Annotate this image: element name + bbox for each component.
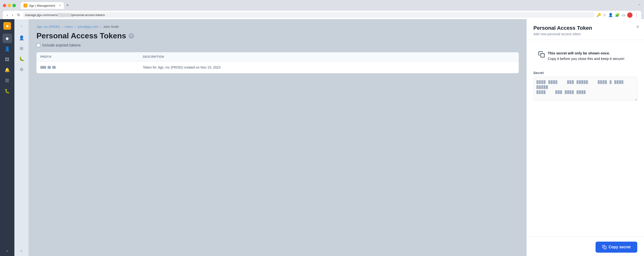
secondary-item-grid[interactable]: ⊞	[17, 44, 26, 53]
sidebar-item-bugs[interactable]: 🐛	[2, 86, 12, 96]
sidebar-item-images[interactable]: 🖼	[2, 55, 12, 64]
sidebar-secondary: ‹ 👤 ⊞ 🐛 ⚙ »	[14, 19, 29, 256]
breadcrumb-sep-2: ›	[75, 25, 76, 28]
secondary-back-button[interactable]: ‹	[19, 22, 24, 30]
secret-label: Secret	[534, 71, 637, 75]
menu-icon[interactable]: ⋮	[634, 13, 638, 17]
forward-button[interactable]: ›	[11, 12, 14, 18]
avatar-icon[interactable]	[627, 12, 632, 18]
warning-title: This secret will only be shown once.	[548, 51, 610, 55]
secondary-item-bug[interactable]: 🐛	[17, 54, 26, 64]
tab-title: Jigx | Management	[29, 4, 55, 7]
home-icon: ◆	[6, 36, 9, 41]
images-icon: 🖼	[5, 57, 9, 62]
page-content: Jigx, Inc (PROD) › Users › john@jigx.com…	[29, 19, 526, 256]
sidebar-logo: ◆	[3, 22, 11, 30]
prefix-block-3	[52, 66, 56, 69]
copy-warning-icon	[538, 51, 545, 59]
breadcrumb-sep-3: ›	[100, 25, 101, 28]
svg-rect-0	[541, 54, 544, 57]
active-tab[interactable]: J Jigx | Management ×	[21, 2, 64, 9]
toolbar-icons: 🔑 ☆ 👤 🧩 ▭ ⋮	[596, 12, 638, 18]
sidebar-item-users[interactable]: 👤	[2, 44, 12, 54]
panel-title: Personal Access Token	[534, 25, 637, 31]
breadcrumb-sep-1: ›	[62, 25, 63, 28]
sidebar-item-notifications[interactable]: 🔔	[2, 65, 12, 75]
breadcrumb-name: John Smith	[103, 25, 119, 28]
token-table: PREFIX DESCRIPTION Token for	[36, 52, 519, 73]
panel-subtitle: Add new personal access token	[534, 32, 637, 36]
col-prefix: PREFIX	[36, 52, 139, 62]
sidebar-bottom: »	[4, 247, 10, 255]
sidebar-item-home[interactable]: ◆	[2, 33, 12, 43]
back-button[interactable]: ‹	[6, 12, 9, 18]
bug2-icon: 🐛	[19, 56, 24, 62]
token-prefix-cell	[36, 62, 139, 73]
prefix-block-1	[40, 66, 46, 69]
help-icon[interactable]: ?	[128, 33, 134, 39]
profile-icon[interactable]: 👤	[608, 13, 613, 17]
include-expired-checkbox[interactable]	[36, 43, 40, 47]
panel-body: This secret will only be shown once. Cop…	[527, 40, 644, 237]
bug-icon: 🐛	[4, 88, 10, 94]
tab-favicon: J	[24, 3, 27, 7]
sidebar-narrow: ◆ ◆ 👤 🖼 🔔 ⛓ 🐛 »	[0, 19, 14, 256]
app-content: ◆ ◆ 👤 🖼 🔔 ⛓ 🐛 » ‹ 👤 ⊞	[0, 19, 644, 256]
sidebar-expand-button[interactable]: »	[4, 247, 10, 255]
close-window-button[interactable]	[3, 4, 6, 7]
include-expired-row: Include expired tokens	[36, 43, 519, 47]
secondary-item-settings[interactable]: ⚙	[17, 65, 26, 74]
page-title: Personal Access Tokens ?	[36, 31, 519, 40]
prefix-block-2	[48, 66, 51, 69]
hierarchy-icon: ⛓	[5, 78, 9, 83]
maximize-window-button[interactable]	[12, 4, 16, 7]
secondary-expand-button[interactable]: »	[19, 247, 24, 255]
sidebar-toggle-icon[interactable]: ▭	[622, 13, 625, 17]
secret-textarea[interactable]: ████ ████ ███ █████ ████ █ ████ █████ ██…	[534, 77, 637, 101]
extensions-icon[interactable]: 🧩	[615, 13, 620, 17]
include-expired-label: Include expired tokens	[42, 43, 80, 47]
svg-rect-1	[604, 247, 606, 249]
copy-secret-label: Copy secret	[608, 245, 630, 249]
tab-bar: J Jigx | Management × +	[21, 2, 71, 9]
settings-icon: ⚙	[20, 67, 24, 72]
main-area: Jigx, Inc (PROD) › Users › john@jigx.com…	[29, 19, 644, 256]
key-icon: 🔑	[596, 13, 601, 17]
grid-icon: ⊞	[20, 46, 23, 51]
token-prefix	[40, 66, 135, 69]
panel-footer: Copy secret	[527, 237, 644, 256]
warning-body: Copy it before you close this and keep i…	[548, 56, 624, 61]
col-description: DESCRIPTION	[139, 52, 519, 62]
warning-box: This secret will only be shown once. Cop…	[534, 47, 637, 65]
warning-text: This secret will only be shown once. Cop…	[548, 51, 624, 61]
star-icon[interactable]: ☆	[603, 13, 606, 17]
panel-close-button[interactable]: ×	[636, 24, 639, 29]
users-icon: 👤	[4, 46, 10, 51]
breadcrumb-email[interactable]: john@jigx.com	[78, 25, 98, 28]
panel-header: Personal Access Token Add new personal a…	[527, 19, 644, 40]
table-row[interactable]: Token for Jigx, Inc (PROD) created on No…	[36, 62, 519, 73]
token-description-cell: Token for Jigx, Inc (PROD) created on No…	[139, 62, 519, 73]
sidebar-item-hierarchy[interactable]: ⛓	[2, 76, 12, 85]
reload-button[interactable]: ↻	[16, 12, 21, 18]
secondary-item-user[interactable]: 👤	[17, 33, 26, 43]
copy-icon	[602, 245, 606, 249]
new-tab-button[interactable]: +	[64, 2, 71, 9]
address-input[interactable]	[23, 12, 594, 18]
bell-icon: 🔔	[4, 67, 10, 73]
breadcrumb-users[interactable]: Users	[65, 25, 73, 28]
browser-expand-icon: ⌃	[638, 3, 641, 7]
tab-close-button[interactable]: ×	[59, 4, 61, 7]
right-panel: Personal Access Token Add new personal a…	[526, 19, 644, 256]
copy-secret-button[interactable]: Copy secret	[596, 242, 637, 253]
breadcrumb-jigx[interactable]: Jigx, Inc (PROD)	[36, 25, 60, 28]
minimize-window-button[interactable]	[8, 4, 11, 7]
browser-chrome: J Jigx | Management × + ⌃ ‹ › ↻ 🔑 ☆ 👤 🧩 …	[0, 0, 644, 19]
window-controls	[3, 4, 16, 7]
breadcrumb: Jigx, Inc (PROD) › Users › john@jigx.com…	[36, 25, 519, 28]
person-icon: 👤	[19, 35, 24, 40]
address-bar-row: ‹ › ↻ 🔑 ☆ 👤 🧩 ▭ ⋮	[3, 11, 641, 19]
